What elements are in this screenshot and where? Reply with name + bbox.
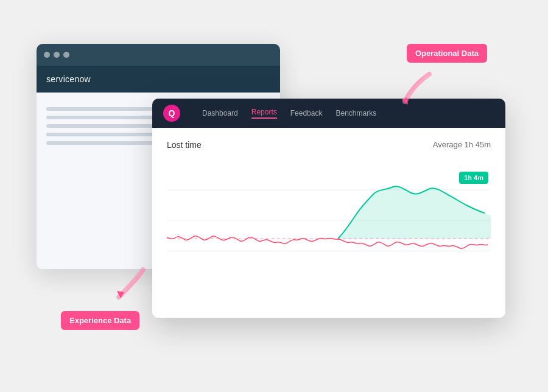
nav-benchmarks[interactable]: Benchmarks bbox=[335, 109, 376, 117]
front-titlebar: Q Dashboard Reports Feedback Benchmarks bbox=[152, 99, 505, 128]
chart-area: 1h 4m bbox=[167, 159, 491, 281]
operational-data-label: Operational Data bbox=[407, 44, 487, 63]
sidebar-line bbox=[46, 133, 158, 136]
back-header: servicenow bbox=[37, 66, 280, 93]
nav-links: Dashboard Reports Feedback Benchmarks bbox=[202, 108, 376, 119]
operational-arrow-svg bbox=[396, 68, 438, 111]
experience-arrow bbox=[110, 261, 152, 306]
chart-header: Lost time Average 1h 45m bbox=[167, 140, 491, 150]
scene: servicenow Q Dashboard Reports Feedback … bbox=[24, 26, 524, 366]
chart-average: Average 1h 45m bbox=[433, 140, 491, 149]
operational-arrow bbox=[396, 68, 438, 113]
back-titlebar bbox=[37, 44, 280, 66]
nav-dashboard[interactable]: Dashboard bbox=[202, 109, 238, 117]
nav-reports[interactable]: Reports bbox=[251, 108, 277, 119]
nav-logo: Q bbox=[163, 105, 180, 122]
experience-data-label: Experience Data bbox=[61, 311, 139, 330]
analytics-window: Q Dashboard Reports Feedback Benchmarks … bbox=[152, 99, 505, 318]
servicenow-logo: servicenow bbox=[46, 74, 91, 84]
dot-3 bbox=[63, 52, 69, 58]
value-badge: 1h 4m bbox=[459, 172, 488, 184]
nav-feedback[interactable]: Feedback bbox=[290, 109, 323, 117]
dot-1 bbox=[44, 52, 50, 58]
dot-2 bbox=[54, 52, 60, 58]
front-content: Lost time Average 1h 45m bbox=[152, 128, 505, 318]
chart-svg bbox=[167, 159, 491, 281]
chart-title: Lost time bbox=[167, 140, 202, 150]
sidebar-line bbox=[46, 116, 169, 119]
experience-arrow-svg bbox=[110, 261, 152, 303]
